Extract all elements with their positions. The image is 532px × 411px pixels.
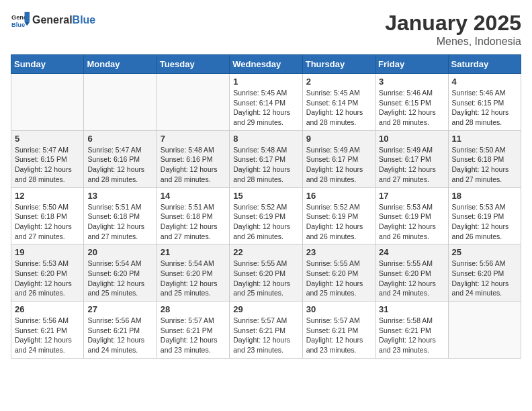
weekday-header-sunday: Sunday: [11, 55, 84, 74]
day-number: 25: [452, 247, 517, 257]
day-number: 20: [87, 247, 152, 257]
day-info: Sunrise: 5:51 AM Sunset: 6:18 PM Dayligh…: [161, 202, 226, 242]
day-info: Sunrise: 5:55 AM Sunset: 6:20 PM Dayligh…: [379, 259, 444, 298]
day-number: 26: [15, 304, 80, 314]
day-number: 18: [452, 191, 517, 201]
day-info: Sunrise: 5:48 AM Sunset: 6:17 PM Dayligh…: [233, 145, 298, 185]
day-cell: [11, 74, 84, 131]
day-number: 29: [233, 304, 298, 314]
day-info: Sunrise: 5:51 AM Sunset: 6:18 PM Dayligh…: [87, 202, 152, 242]
day-info: Sunrise: 5:47 AM Sunset: 6:15 PM Dayligh…: [15, 145, 80, 185]
day-cell: 29Sunrise: 5:57 AM Sunset: 6:21 PM Dayli…: [230, 302, 302, 359]
day-cell: 14Sunrise: 5:51 AM Sunset: 6:18 PM Dayli…: [157, 187, 229, 244]
day-number: 19: [15, 247, 80, 257]
day-cell: 30Sunrise: 5:57 AM Sunset: 6:21 PM Dayli…: [302, 302, 375, 359]
weekday-header-friday: Friday: [375, 55, 448, 74]
day-number: 14: [161, 191, 226, 201]
calendar-subtitle: Menes, Indonesia: [385, 36, 521, 48]
day-number: 27: [87, 304, 152, 314]
day-number: 12: [15, 191, 80, 201]
day-cell: [157, 74, 229, 131]
day-info: Sunrise: 5:49 AM Sunset: 6:17 PM Dayligh…: [379, 145, 444, 185]
day-info: Sunrise: 5:45 AM Sunset: 6:14 PM Dayligh…: [233, 88, 298, 128]
day-number: 8: [233, 134, 298, 144]
day-number: 3: [379, 77, 444, 87]
day-cell: [448, 302, 521, 359]
day-cell: 27Sunrise: 5:56 AM Sunset: 6:21 PM Dayli…: [84, 302, 157, 359]
day-cell: 21Sunrise: 5:54 AM Sunset: 6:20 PM Dayli…: [157, 244, 229, 302]
day-cell: [84, 74, 157, 131]
day-number: 11: [452, 134, 517, 144]
day-number: 30: [306, 304, 371, 314]
day-cell: 22Sunrise: 5:55 AM Sunset: 6:20 PM Dayli…: [230, 244, 302, 302]
weekday-header-wednesday: Wednesday: [230, 55, 302, 74]
week-row-3: 12Sunrise: 5:50 AM Sunset: 6:18 PM Dayli…: [11, 187, 521, 244]
week-row-4: 19Sunrise: 5:53 AM Sunset: 6:20 PM Dayli…: [11, 244, 521, 302]
page-header: General Blue General Blue January 2025 M…: [11, 11, 521, 48]
day-info: Sunrise: 5:57 AM Sunset: 6:21 PM Dayligh…: [161, 316, 226, 355]
svg-marker-3: [25, 22, 30, 26]
day-cell: 18Sunrise: 5:53 AM Sunset: 6:19 PM Dayli…: [448, 187, 521, 244]
day-cell: 28Sunrise: 5:57 AM Sunset: 6:21 PM Dayli…: [157, 302, 229, 359]
day-info: Sunrise: 5:47 AM Sunset: 6:16 PM Dayligh…: [87, 145, 152, 185]
day-info: Sunrise: 5:54 AM Sunset: 6:20 PM Dayligh…: [87, 259, 152, 298]
day-info: Sunrise: 5:45 AM Sunset: 6:14 PM Dayligh…: [306, 88, 371, 128]
day-number: 23: [306, 247, 371, 257]
day-number: 15: [233, 191, 298, 201]
weekday-header-thursday: Thursday: [302, 55, 375, 74]
day-cell: 10Sunrise: 5:49 AM Sunset: 6:17 PM Dayli…: [375, 130, 448, 187]
day-cell: 3Sunrise: 5:46 AM Sunset: 6:15 PM Daylig…: [375, 74, 448, 131]
logo-general-text: General: [32, 14, 73, 26]
day-number: 16: [306, 191, 371, 201]
day-cell: 23Sunrise: 5:55 AM Sunset: 6:20 PM Dayli…: [302, 244, 375, 302]
day-info: Sunrise: 5:53 AM Sunset: 6:20 PM Dayligh…: [15, 259, 80, 298]
svg-text:Blue: Blue: [11, 21, 25, 28]
day-info: Sunrise: 5:48 AM Sunset: 6:16 PM Dayligh…: [161, 145, 226, 185]
day-number: 10: [379, 134, 444, 144]
day-number: 13: [87, 191, 152, 201]
day-info: Sunrise: 5:50 AM Sunset: 6:18 PM Dayligh…: [452, 145, 517, 185]
day-info: Sunrise: 5:54 AM Sunset: 6:20 PM Dayligh…: [161, 259, 226, 298]
logo-blue-text: Blue: [73, 14, 96, 26]
day-cell: 6Sunrise: 5:47 AM Sunset: 6:16 PM Daylig…: [84, 130, 157, 187]
day-number: 9: [306, 134, 371, 144]
day-info: Sunrise: 5:56 AM Sunset: 6:21 PM Dayligh…: [87, 316, 152, 355]
day-info: Sunrise: 5:57 AM Sunset: 6:21 PM Dayligh…: [233, 316, 298, 355]
day-cell: 31Sunrise: 5:58 AM Sunset: 6:21 PM Dayli…: [375, 302, 448, 359]
day-cell: 9Sunrise: 5:49 AM Sunset: 6:17 PM Daylig…: [302, 130, 375, 187]
day-number: 1: [233, 77, 298, 87]
day-cell: 8Sunrise: 5:48 AM Sunset: 6:17 PM Daylig…: [230, 130, 302, 187]
day-cell: 7Sunrise: 5:48 AM Sunset: 6:16 PM Daylig…: [157, 130, 229, 187]
day-cell: 25Sunrise: 5:56 AM Sunset: 6:20 PM Dayli…: [448, 244, 521, 302]
day-number: 17: [379, 191, 444, 201]
day-cell: 5Sunrise: 5:47 AM Sunset: 6:15 PM Daylig…: [11, 130, 84, 187]
day-cell: 24Sunrise: 5:55 AM Sunset: 6:20 PM Dayli…: [375, 244, 448, 302]
weekday-header-monday: Monday: [84, 55, 157, 74]
day-info: Sunrise: 5:53 AM Sunset: 6:19 PM Dayligh…: [379, 202, 444, 242]
day-number: 31: [379, 304, 444, 314]
day-cell: 4Sunrise: 5:46 AM Sunset: 6:15 PM Daylig…: [448, 74, 521, 131]
day-number: 22: [233, 247, 298, 257]
title-block: January 2025 Menes, Indonesia: [385, 11, 521, 48]
day-info: Sunrise: 5:52 AM Sunset: 6:19 PM Dayligh…: [233, 202, 298, 242]
week-row-5: 26Sunrise: 5:56 AM Sunset: 6:21 PM Dayli…: [11, 302, 521, 359]
day-cell: 13Sunrise: 5:51 AM Sunset: 6:18 PM Dayli…: [84, 187, 157, 244]
day-info: Sunrise: 5:58 AM Sunset: 6:21 PM Dayligh…: [379, 316, 444, 355]
day-info: Sunrise: 5:55 AM Sunset: 6:20 PM Dayligh…: [306, 259, 371, 298]
day-number: 2: [306, 77, 371, 87]
weekday-header-row: SundayMondayTuesdayWednesdayThursdayFrid…: [11, 55, 521, 74]
day-cell: 2Sunrise: 5:45 AM Sunset: 6:14 PM Daylig…: [302, 74, 375, 131]
week-row-1: 1Sunrise: 5:45 AM Sunset: 6:14 PM Daylig…: [11, 74, 521, 131]
calendar-table: SundayMondayTuesdayWednesdayThursdayFrid…: [11, 54, 521, 359]
day-info: Sunrise: 5:53 AM Sunset: 6:19 PM Dayligh…: [452, 202, 517, 242]
day-cell: 15Sunrise: 5:52 AM Sunset: 6:19 PM Dayli…: [230, 187, 302, 244]
day-number: 28: [161, 304, 226, 314]
day-number: 21: [161, 247, 226, 257]
day-info: Sunrise: 5:50 AM Sunset: 6:18 PM Dayligh…: [15, 202, 80, 242]
day-info: Sunrise: 5:52 AM Sunset: 6:19 PM Dayligh…: [306, 202, 371, 242]
day-cell: 16Sunrise: 5:52 AM Sunset: 6:19 PM Dayli…: [302, 187, 375, 244]
day-info: Sunrise: 5:56 AM Sunset: 6:20 PM Dayligh…: [452, 259, 517, 298]
day-cell: 12Sunrise: 5:50 AM Sunset: 6:18 PM Dayli…: [11, 187, 84, 244]
week-row-2: 5Sunrise: 5:47 AM Sunset: 6:15 PM Daylig…: [11, 130, 521, 187]
day-info: Sunrise: 5:56 AM Sunset: 6:21 PM Dayligh…: [15, 316, 80, 355]
